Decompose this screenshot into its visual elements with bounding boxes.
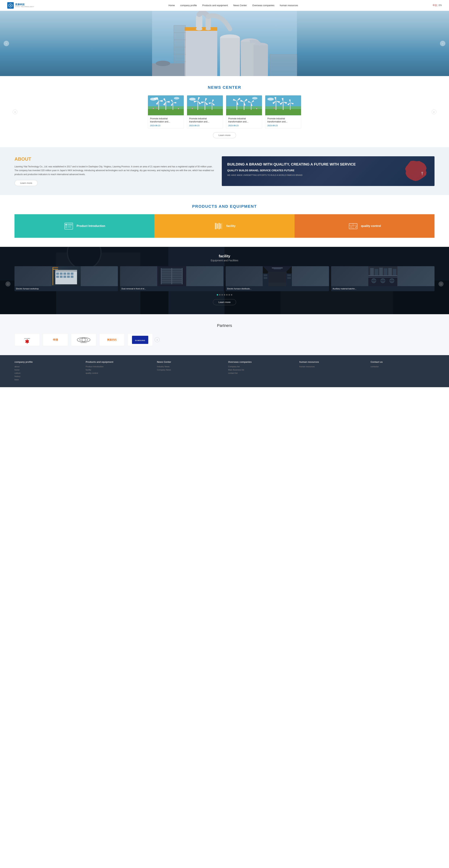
svg-rect-112 bbox=[220, 223, 221, 229]
footer: company profile about honor culture hist… bbox=[0, 355, 449, 387]
facility-dot-7[interactable] bbox=[231, 294, 232, 296]
facility-learn-more-button[interactable]: Learn more bbox=[213, 299, 236, 305]
nav-home[interactable]: Home bbox=[168, 4, 175, 7]
facility-prev-arrow[interactable]: ‹ bbox=[5, 281, 10, 286]
svg-rect-139 bbox=[71, 276, 73, 278]
lang-cn[interactable]: 中文 bbox=[433, 4, 437, 6]
facility-grid: Electric furnace workshop bbox=[14, 266, 435, 291]
about-learn-more-button[interactable]: Learn more bbox=[14, 180, 38, 186]
footer-link-business-list[interactable]: Main Business list bbox=[228, 369, 292, 371]
svg-rect-134 bbox=[71, 273, 73, 275]
svg-rect-102 bbox=[65, 226, 67, 226]
about-left: ABOUT Liaoning Yitai Technology Co., Ltd… bbox=[14, 156, 216, 186]
svg-rect-133 bbox=[67, 273, 70, 275]
footer-link-base[interactable]: base bbox=[14, 378, 78, 381]
partners-next-arrow[interactable]: › bbox=[155, 337, 160, 342]
products-grid: Product Introduction facility bbox=[14, 214, 435, 238]
svg-rect-154 bbox=[182, 268, 183, 284]
svg-point-77 bbox=[252, 97, 258, 99]
footer-link-history[interactable]: history bbox=[14, 375, 78, 377]
facility-dot-5[interactable] bbox=[226, 294, 228, 296]
svg-rect-136 bbox=[60, 276, 63, 278]
partners-row: HUAWEI 华润 bbox=[14, 333, 153, 346]
news-learn-more-button[interactable]: Learn more bbox=[213, 132, 236, 138]
svg-rect-56 bbox=[212, 103, 212, 110]
news-image-2 bbox=[187, 95, 223, 115]
svg-rect-63 bbox=[226, 109, 262, 115]
product-quality-icon bbox=[348, 222, 358, 230]
facility-title: facility bbox=[14, 254, 435, 258]
about-title: ABOUT bbox=[14, 156, 216, 162]
footer-link-facility[interactable]: facility bbox=[86, 369, 150, 371]
facility-dot-2[interactable] bbox=[219, 294, 221, 296]
footer-link-company-news[interactable]: Company News bbox=[157, 369, 221, 371]
partners-title: Partners bbox=[14, 323, 435, 328]
partner-logo-alibaba: 阿里巴巴 bbox=[99, 333, 125, 346]
news-prev-arrow[interactable]: ‹ bbox=[13, 110, 18, 114]
svg-point-96 bbox=[424, 172, 426, 176]
news-card-title-3: Promote industrial transformation and... bbox=[228, 117, 260, 123]
partner-logo-huawei: HUAWEI bbox=[14, 333, 40, 346]
footer-link-honor[interactable]: honor bbox=[14, 369, 78, 371]
nav-overseas[interactable]: Overseas companies bbox=[252, 4, 274, 7]
svg-text:华润: 华润 bbox=[53, 338, 58, 341]
svg-rect-35 bbox=[173, 103, 173, 110]
facility-image-2 bbox=[120, 266, 223, 286]
news-grid: Promote industrial transformation and...… bbox=[14, 95, 435, 129]
facility-image-4 bbox=[331, 266, 435, 286]
footer-col-contact: Contact us contactor bbox=[371, 361, 435, 382]
nav-news[interactable]: News Center bbox=[233, 4, 247, 7]
svg-rect-141 bbox=[53, 269, 58, 270]
svg-point-42 bbox=[153, 108, 154, 109]
facility-dot-6[interactable] bbox=[228, 294, 230, 296]
facility-image-3 bbox=[226, 266, 329, 286]
footer-link-contactor[interactable]: contactor bbox=[371, 366, 435, 368]
footer-link-product-intro[interactable]: Product Introduction bbox=[86, 366, 150, 368]
hero-next-arrow[interactable]: › bbox=[440, 41, 445, 46]
facility-dot-4[interactable] bbox=[224, 294, 225, 296]
facility-dot-3[interactable] bbox=[221, 294, 223, 296]
nav-hr[interactable]: human resources bbox=[280, 4, 298, 7]
facility-next-arrow[interactable]: › bbox=[439, 281, 444, 286]
facility-card-label-1: Electric furnace workshop bbox=[14, 286, 118, 291]
svg-rect-14 bbox=[253, 45, 268, 76]
svg-point-95 bbox=[274, 107, 275, 108]
footer-link-industry-news[interactable]: Industry News bbox=[157, 366, 221, 368]
facility-card-label-3: Electric furnace distributio... bbox=[226, 286, 329, 291]
svg-point-98 bbox=[422, 172, 423, 173]
footer-link-hr[interactable]: human resources bbox=[299, 366, 363, 368]
about-right-subtitle: QUALITY BUILDS BRAND, SERVICE CREATES FU… bbox=[227, 169, 429, 172]
svg-point-78 bbox=[256, 108, 257, 109]
svg-point-195 bbox=[79, 338, 88, 341]
svg-rect-82 bbox=[276, 101, 276, 110]
svg-point-94 bbox=[267, 98, 274, 100]
footer-link-company-list[interactable]: Company list bbox=[228, 366, 292, 368]
facility-card-2: Dust removal in front of el... bbox=[120, 266, 223, 291]
nav-company-profile[interactable]: company profile bbox=[180, 4, 197, 7]
footer-col-title-news: News Center bbox=[157, 361, 221, 363]
facility-subtitle: Equipment and Facilities bbox=[14, 259, 435, 262]
footer-link-about[interactable]: about bbox=[14, 366, 78, 368]
svg-rect-155 bbox=[171, 268, 172, 284]
news-next-arrow[interactable]: › bbox=[431, 110, 436, 114]
lang-en[interactable]: EN bbox=[439, 4, 442, 6]
product-card-introduction[interactable]: Product Introduction bbox=[14, 214, 154, 238]
facility-card-3: Electric furnace distributio... bbox=[226, 266, 329, 291]
svg-point-60 bbox=[189, 98, 196, 100]
footer-link-culture[interactable]: culture bbox=[14, 372, 78, 374]
footer-link-quality[interactable]: quality control bbox=[86, 372, 150, 374]
facility-dot-1[interactable] bbox=[217, 294, 218, 296]
hero-prev-arrow[interactable]: ‹ bbox=[4, 41, 9, 46]
facility-card-label-4: Auxiliary material batchin... bbox=[331, 286, 435, 291]
product-card-facility[interactable]: facility bbox=[154, 214, 294, 238]
partner-logo-huarun: 华润 bbox=[43, 333, 68, 346]
svg-rect-110 bbox=[217, 223, 218, 229]
svg-rect-86 bbox=[283, 102, 284, 110]
svg-rect-171 bbox=[370, 268, 374, 275]
nav-products[interactable]: Products and equipment bbox=[202, 4, 228, 7]
svg-rect-111 bbox=[219, 223, 220, 229]
footer-grid: company profile about honor culture hist… bbox=[14, 361, 435, 382]
product-card-quality[interactable]: quality control bbox=[295, 214, 435, 238]
footer-link-contact-list[interactable]: contact list bbox=[228, 372, 292, 374]
svg-rect-135 bbox=[56, 276, 59, 278]
